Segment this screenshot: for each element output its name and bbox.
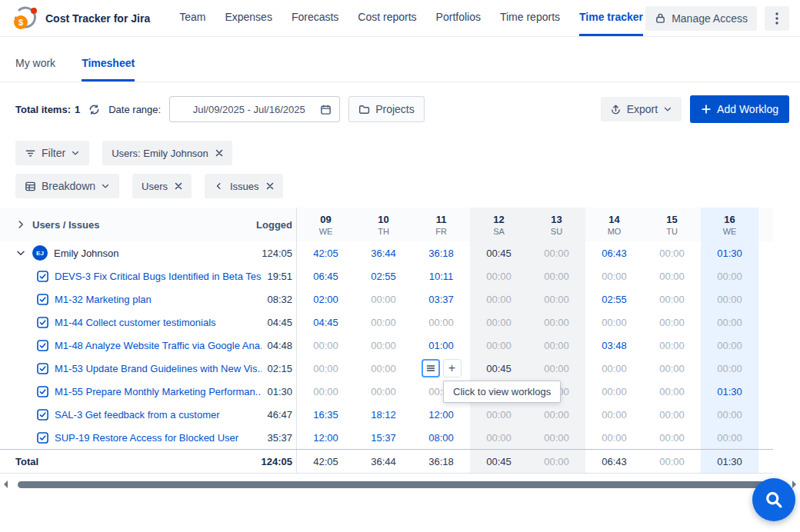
day-cell[interactable]: 00:00 [528,288,585,311]
day-cell[interactable]: 00:00 [585,403,643,426]
nav-forecasts[interactable]: Forecasts [292,0,338,36]
day-cell[interactable]: 00:00 [470,403,528,426]
scroll-right-arrow[interactable] [792,480,796,488]
tab-timesheet[interactable]: Timesheet [82,57,135,81]
manage-access-button[interactable]: Manage Access [645,6,757,31]
day-cell[interactable]: 00:45 [470,357,528,380]
day-cell[interactable]: 00:45 [470,241,528,264]
day-cell[interactable]: 00:00 [643,288,701,311]
more-menu-button[interactable] [765,6,789,31]
collapse-icon[interactable] [15,248,26,258]
day-cell[interactable]: 00:00 [528,357,585,380]
nav-cost-reports[interactable]: Cost reports [358,0,416,36]
breakdown-chip-issues[interactable]: Issues [205,174,283,198]
day-cell[interactable]: 00:00 [701,264,758,288]
day-cell[interactable]: 36:44 [355,241,412,264]
day-cell[interactable]: 00:00 [528,426,585,449]
issue-link[interactable]: M1-32 Marketing plan [55,294,152,305]
nav-time-reports[interactable]: Time reports [500,0,560,36]
day-cell[interactable]: 00:00 [701,403,758,426]
refresh-icon[interactable] [88,104,100,115]
day-cell[interactable]: 06:43 [585,450,643,473]
day-cell[interactable]: 00:00 [643,403,701,426]
day-cell[interactable]: 00:00 [528,403,585,426]
day-cell[interactable]: 00:00 [412,311,470,334]
day-cell[interactable]: 00:00 [355,288,412,311]
chevron-left-icon[interactable] [214,181,223,191]
day-cell[interactable]: 00:00 [643,380,701,403]
breakdown-button[interactable]: Breakdown [15,174,119,198]
day-cell[interactable]: 00:00 [528,241,585,264]
issue-link[interactable]: DEVS-3 Fix Critical Bugs Identified in B… [55,271,262,282]
expand-all-icon[interactable] [15,219,26,230]
day-cell[interactable]: 00:00 [297,334,355,357]
day-cell[interactable]: 02:55 [585,288,643,311]
day-cell-hovered[interactable]: +Click to view worklogs [412,357,470,380]
issue-link[interactable]: M1-48 Analyze Website Traffic via Google… [55,340,262,351]
day-cell[interactable]: 10:11 [412,264,470,288]
day-cell[interactable]: 08:00 [412,426,470,449]
close-icon[interactable] [215,149,223,157]
day-cell[interactable]: 00:00 [701,334,758,357]
day-cell[interactable]: 36:44 [355,450,412,473]
close-icon[interactable] [266,182,274,190]
add-worklog-button[interactable]: Add Worklog [690,95,789,123]
day-cell[interactable]: 01:30 [701,380,758,403]
day-cell[interactable]: 00:00 [643,264,701,288]
day-cell[interactable]: 00:00 [297,380,355,403]
day-cell[interactable]: 00:00 [643,357,701,380]
day-cell[interactable]: 00:00 [701,311,758,334]
scrollbar-track[interactable] [12,481,788,488]
day-cell[interactable]: 00:00 [470,311,528,334]
nav-time-tracker[interactable]: Time tracker [579,0,643,36]
day-cell[interactable]: 00:00 [355,311,412,334]
search-fab-button[interactable] [752,478,795,521]
tab-my-work[interactable]: My work [15,57,55,81]
add-worklog-cell-button[interactable]: + [443,359,462,377]
nav-portfolios[interactable]: Portfolios [436,0,481,36]
scrollbar-thumb[interactable] [18,481,775,488]
day-cell[interactable]: 00:00 [585,264,643,288]
day-cell[interactable]: 00:00 [585,426,643,449]
day-cell[interactable]: 01:00 [412,334,470,357]
day-cell[interactable]: 00:00 [528,334,585,357]
day-cell[interactable]: 18:12 [355,403,412,426]
day-cell[interactable]: 12:00 [412,403,470,426]
day-cell[interactable]: 15:37 [355,426,412,449]
day-cell[interactable]: 01:30 [701,450,758,473]
day-cell[interactable]: 00:00 [585,380,643,403]
day-cell[interactable]: 36:18 [412,241,470,264]
day-cell[interactable]: 02:00 [297,288,355,311]
day-cell[interactable]: 16:35 [297,403,355,426]
day-cell[interactable]: 00:00 [355,334,412,357]
day-cell[interactable]: 03:48 [585,334,643,357]
day-cell[interactable]: 06:43 [585,241,643,264]
issue-link[interactable]: M1-44 Collect customer testimonials [55,317,216,328]
day-cell[interactable]: 00:00 [585,311,643,334]
day-cell[interactable]: 00:00 [643,241,701,264]
day-cell[interactable]: 36:18 [412,450,470,473]
day-cell[interactable]: 00:00 [528,264,585,288]
day-cell[interactable]: 42:05 [297,241,355,264]
day-cell[interactable]: 00:00 [643,334,701,357]
filter-button[interactable]: Filter [15,141,89,165]
issue-link[interactable]: M1-53 Update Brand Guidelines with New V… [55,363,262,374]
day-cell[interactable]: 00:00 [643,450,701,473]
issue-link[interactable]: SUP-19 Restore Access for Blocked User [55,432,238,444]
day-cell[interactable]: 00:00 [297,357,355,380]
day-cell[interactable]: 00:00 [585,357,643,380]
issue-link[interactable]: SAL-3 Get feedback from a customer [55,409,220,421]
day-cell[interactable]: 00:00 [470,426,528,449]
day-cell[interactable]: 04:45 [297,311,355,334]
day-cell[interactable]: 12:00 [297,426,355,449]
day-cell[interactable]: 00:00 [643,426,701,449]
export-button[interactable]: Export [601,97,682,121]
issue-link[interactable]: M1-55 Prepare Monthly Marketing Performa… [55,386,262,397]
day-cell[interactable]: 00:00 [643,311,701,334]
day-cell[interactable]: 00:00 [355,357,412,380]
day-cell[interactable]: 00:45 [470,450,528,473]
close-icon[interactable] [175,182,182,190]
day-cell[interactable]: 42:05 [297,450,355,473]
nav-team[interactable]: Team [179,0,205,36]
day-cell[interactable]: 03:37 [412,288,470,311]
